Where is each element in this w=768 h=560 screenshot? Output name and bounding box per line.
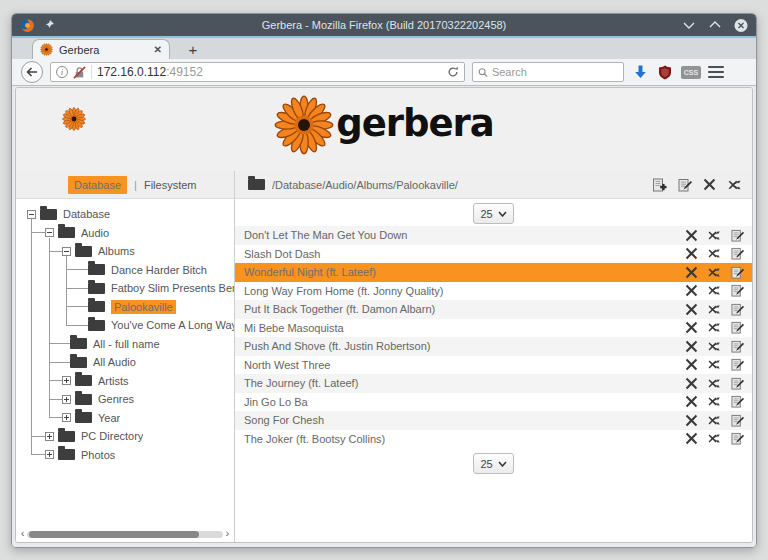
edit-item-button[interactable] [729,247,745,261]
tab-database[interactable]: Database [68,176,127,194]
tree-item-audio[interactable]: Audio [16,224,234,243]
table-row[interactable]: Push And Shove (ft. Justin Robertson) [235,337,752,356]
delete-item-button[interactable] [683,413,699,427]
table-row[interactable]: Don't Let The Man Get You Down [235,226,752,245]
delete-all-item-button[interactable] [706,339,722,353]
delete-all-item-button[interactable] [706,228,722,242]
tree-item-genres[interactable]: Genres [16,390,234,409]
page-size-select-bottom[interactable]: 25 [473,453,514,474]
delete-all-item-button[interactable] [706,321,722,335]
scroll-right-icon[interactable]: › [226,529,229,539]
minimize-button[interactable] [682,18,696,32]
reload-icon[interactable] [447,66,459,78]
edit-item-button[interactable] [729,376,745,390]
tree-item-album[interactable]: Fatboy Slim Presents Bem Bra [16,279,234,298]
delete-item-button[interactable] [683,321,699,335]
page-info-icon[interactable]: i [56,66,68,78]
delete-item-button[interactable] [683,432,699,446]
add-item-button[interactable] [651,177,668,192]
scroll-left-icon[interactable]: ‹ [21,529,24,539]
delete-all-item-button[interactable] [706,284,722,298]
tree-item-photos[interactable]: Photos [16,446,234,465]
table-row[interactable]: Put It Back Together (ft. Damon Albarn) [235,300,752,319]
edit-container-button[interactable] [676,177,693,192]
edit-item-button[interactable] [729,265,745,279]
tree-item-album[interactable]: Dance Harder Bitch [16,261,234,280]
tree-item-palookaville-selected[interactable]: Palookaville [16,298,234,317]
delete-item-button[interactable] [683,395,699,409]
delete-item-button[interactable] [683,376,699,390]
delete-all-item-button[interactable] [706,432,722,446]
edit-item-button[interactable] [729,413,745,427]
browser-tab-gerbera[interactable]: Gerbera ✕ [32,39,170,59]
tree-item-artists[interactable]: Artists [16,372,234,391]
breadcrumb[interactable]: /Database/Audio/Albums/Palookaville/ [272,179,644,191]
scrollbar-track[interactable] [27,531,222,538]
edit-item-button[interactable] [729,284,745,298]
window-titlebar[interactable]: Gerbera - Mozilla Firefox (Build 2017032… [12,14,756,36]
url-text[interactable]: 172.16.0.112:49152 [97,65,442,79]
edit-item-button[interactable] [729,432,745,446]
table-row[interactable]: The Journey (ft. Lateef) [235,374,752,393]
expand-icon[interactable] [45,450,54,459]
table-row[interactable]: The Joker (ft. Bootsy Collins) [235,430,752,449]
sidebar-scrollbar[interactable]: ‹ › [16,526,234,542]
table-row[interactable]: Slash Dot Dash [235,245,752,264]
tree-item-year[interactable]: Year [16,409,234,428]
back-button[interactable] [21,61,43,83]
collapse-icon[interactable] [27,210,36,219]
tree-item-albums[interactable]: Albums [16,242,234,261]
table-row[interactable]: Long Way From Home (ft. Jonny Quality) [235,282,752,301]
table-row[interactable]: Mi Bebe Masoquista [235,319,752,338]
insecure-lock-icon[interactable] [73,66,86,79]
edit-item-button[interactable] [729,395,745,409]
delete-all-item-button[interactable] [706,247,722,261]
table-row[interactable]: North West Three [235,356,752,375]
delete-container-button[interactable] [701,177,718,192]
delete-all-item-button[interactable] [706,358,722,372]
tab-close-icon[interactable]: ✕ [154,45,162,55]
close-button[interactable] [734,18,748,32]
delete-item-button[interactable] [683,228,699,242]
expand-icon[interactable] [45,432,54,441]
delete-item-button[interactable] [683,284,699,298]
scrollbar-thumb[interactable] [29,531,199,538]
edit-item-button[interactable] [729,302,745,316]
maximize-button[interactable] [708,18,722,32]
table-row[interactable]: Song For Chesh [235,411,752,430]
delete-all-item-button[interactable] [706,302,722,316]
table-row-selected[interactable]: Wonderful Night (ft. Lateef) [235,263,752,282]
delete-all-item-button[interactable] [706,413,722,427]
search-box[interactable] [472,62,624,82]
collapse-icon[interactable] [45,228,54,237]
url-bar[interactable]: i 172.16.0.112:49152 [50,62,465,82]
css-toggle-icon[interactable]: CSS [681,66,701,79]
tab-filesystem[interactable]: Filesystem [144,179,197,191]
tree-item-all-full-name[interactable]: All - full name [16,335,234,354]
delete-all-item-button[interactable] [706,376,722,390]
delete-all-container-button[interactable] [726,177,743,192]
edit-item-button[interactable] [729,321,745,335]
downloads-button[interactable] [631,63,649,81]
edit-item-button[interactable] [729,228,745,242]
page-size-select-top[interactable]: 25 [473,203,514,224]
table-row[interactable]: Jin Go Lo Ba [235,393,752,412]
tree-item-pc-directory[interactable]: PC Directory [16,427,234,446]
expand-icon[interactable] [62,376,71,385]
collapse-icon[interactable] [62,247,71,256]
delete-item-button[interactable] [683,247,699,261]
edit-item-button[interactable] [729,339,745,353]
tree-item-all-audio[interactable]: All Audio [16,353,234,372]
delete-all-item-button[interactable] [706,265,722,279]
expand-icon[interactable] [62,395,71,404]
ublock-shield-button[interactable] [656,63,674,81]
edit-item-button[interactable] [729,358,745,372]
delete-item-button[interactable] [683,302,699,316]
menu-button[interactable] [708,66,724,78]
delete-item-button[interactable] [683,358,699,372]
tree-item-database[interactable]: Database [16,205,234,224]
expand-icon[interactable] [62,413,71,422]
delete-item-button[interactable] [683,339,699,353]
new-tab-button[interactable]: + [180,39,206,59]
delete-item-button[interactable] [683,265,699,279]
